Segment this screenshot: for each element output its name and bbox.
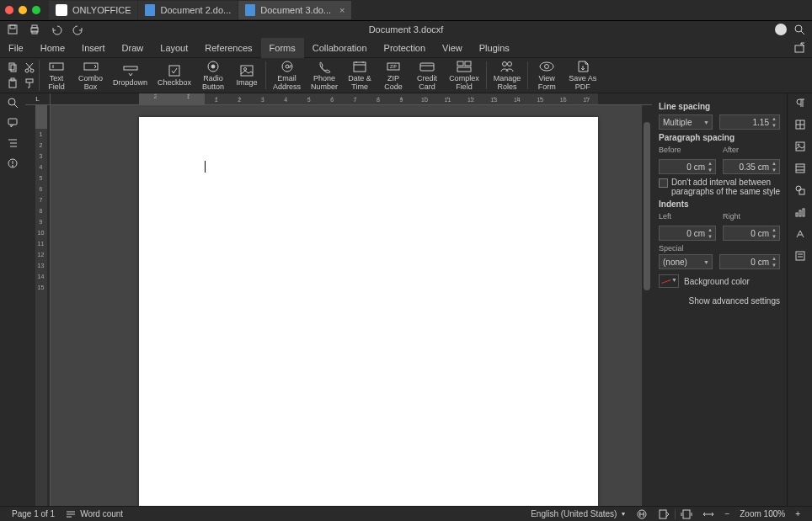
copy-icon[interactable]: [7, 61, 19, 73]
shape-settings-icon[interactable]: [794, 184, 806, 196]
menu-references[interactable]: References: [196, 38, 260, 58]
save-icon[interactable]: [7, 24, 19, 35]
credit-card-button[interactable]: Credit Card: [410, 60, 444, 91]
undo-icon[interactable]: [51, 24, 62, 35]
headings-icon[interactable]: [7, 137, 19, 149]
show-advanced-settings-link[interactable]: Show advanced settings: [659, 296, 780, 306]
text-field-button[interactable]: Text Field: [40, 60, 73, 91]
format-painter-icon[interactable]: [24, 77, 35, 89]
feedback-icon[interactable]: [7, 157, 19, 169]
indent-left-input[interactable]: 0 cm▲▼: [659, 226, 716, 241]
vertical-ruler[interactable]: 123456789101112131415: [25, 105, 51, 506]
checkbox-button[interactable]: Checkbox: [152, 60, 196, 91]
zip-code-button[interactable]: ZIPZIP Code: [377, 60, 410, 91]
page-indicator[interactable]: Page 1 of 1: [7, 509, 60, 518]
image-field-button[interactable]: Image: [230, 60, 264, 91]
comments-icon[interactable]: [7, 117, 19, 129]
line-spacing-header: Line spacing: [659, 102, 780, 111]
manage-roles-button[interactable]: Manage Roles: [489, 60, 526, 91]
special-indent-select[interactable]: (none)▼: [659, 254, 713, 269]
fit-width-icon[interactable]: [702, 508, 714, 520]
special-indent-by-input[interactable]: 0 cm▲▼: [719, 254, 780, 269]
print-icon[interactable]: [29, 24, 40, 35]
menu-draw[interactable]: Draw: [114, 38, 152, 58]
svg-rect-64: [803, 209, 804, 216]
chevron-down-icon: ▼: [671, 277, 677, 283]
svg-rect-7: [795, 45, 804, 52]
no-interval-checkbox[interactable]: Don't add interval between paragraphs of…: [659, 178, 780, 196]
minimize-window-icon[interactable]: [19, 6, 27, 14]
text-art-settings-icon[interactable]: [794, 228, 806, 240]
background-color-picker[interactable]: ▼: [659, 274, 679, 288]
paste-icon[interactable]: [7, 77, 19, 89]
search-icon[interactable]: [793, 24, 805, 35]
user-avatar-icon[interactable]: [775, 24, 787, 35]
table-settings-icon[interactable]: [794, 119, 806, 130]
menu-layout[interactable]: Layout: [152, 38, 196, 58]
close-tab-icon[interactable]: ×: [339, 5, 345, 15]
redo-icon[interactable]: [72, 24, 84, 35]
phone-number-button[interactable]: Phone Number: [306, 60, 343, 91]
close-window-icon[interactable]: [5, 6, 13, 14]
language-selector[interactable]: English (United States) ▼: [526, 509, 631, 518]
maximize-window-icon[interactable]: [32, 6, 40, 14]
scrollbar-thumb[interactable]: [644, 122, 650, 290]
background-color-label: Background color: [684, 277, 750, 286]
document-tab-1[interactable]: Document 3.do... ×: [238, 1, 351, 19]
view-form-button[interactable]: View Form: [530, 60, 564, 91]
svg-point-11: [30, 69, 34, 72]
document-area[interactable]: L 21 1234567891011121314151617 123456789…: [25, 93, 652, 506]
line-spacing-mode-select[interactable]: Multiple▼: [659, 114, 713, 130]
track-changes-icon[interactable]: [658, 508, 670, 520]
svg-point-51: [13, 166, 13, 167]
date-time-button[interactable]: Date & Time: [343, 60, 377, 91]
word-count-button[interactable]: Word count: [60, 508, 128, 520]
document-page[interactable]: [139, 117, 598, 506]
image-settings-icon[interactable]: [794, 141, 806, 152]
indent-right-input[interactable]: 0 cm▲▼: [723, 226, 780, 241]
svg-point-40: [507, 61, 511, 66]
chart-settings-icon[interactable]: [794, 206, 806, 218]
special-label: Special: [659, 244, 780, 253]
complex-field-button[interactable]: Complex Field: [444, 60, 484, 91]
ruler-corner[interactable]: L: [25, 93, 51, 105]
app-home-tab[interactable]: ONLYOFFICE: [49, 1, 137, 19]
zoom-in-button[interactable]: +: [790, 509, 805, 518]
menu-plugins[interactable]: Plugins: [471, 38, 518, 58]
zoom-out-button[interactable]: −: [719, 509, 735, 518]
menu-protection[interactable]: Protection: [376, 38, 435, 58]
combo-box-button[interactable]: Combo Box: [73, 60, 108, 91]
vertical-scrollbar[interactable]: [642, 105, 652, 506]
header-footer-settings-icon[interactable]: [794, 162, 806, 174]
cut-icon[interactable]: [24, 61, 35, 73]
email-address-button[interactable]: Email Address: [268, 60, 306, 91]
spacing-before-input[interactable]: 0 cm▲▼: [659, 159, 716, 174]
horizontal-ruler[interactable]: 21 1234567891011121314151617: [51, 93, 652, 105]
search-icon[interactable]: [7, 97, 19, 109]
menu-insert[interactable]: Insert: [73, 38, 114, 58]
paragraph-settings-icon[interactable]: [794, 97, 806, 109]
line-spacing-value-input[interactable]: 1.15▲▼: [719, 114, 780, 130]
zoom-level[interactable]: Zoom 100%: [735, 509, 790, 518]
svg-rect-73: [660, 510, 666, 518]
fit-page-icon[interactable]: [681, 508, 692, 520]
menu-collaboration[interactable]: Collaboration: [304, 38, 376, 58]
document-tab-0[interactable]: Document 2.do...: [138, 1, 238, 19]
svg-rect-62: [796, 213, 798, 216]
no-interval-label: Don't add interval between paragraphs of…: [671, 178, 780, 196]
form-settings-icon[interactable]: [794, 250, 806, 262]
menu-view[interactable]: View: [434, 38, 471, 58]
menu-home[interactable]: Home: [32, 38, 73, 58]
menu-file[interactable]: File: [0, 38, 32, 58]
dropdown-button[interactable]: Dropdown: [108, 60, 152, 91]
open-location-icon[interactable]: [793, 42, 805, 54]
svg-point-41: [540, 62, 553, 71]
spacing-after-input[interactable]: 0.35 cm▲▼: [723, 159, 780, 174]
window-controls[interactable]: [5, 6, 40, 14]
save-as-pdf-button[interactable]: Save As PDF: [564, 60, 601, 91]
spellcheck-icon[interactable]: [636, 508, 648, 520]
radio-button-button[interactable]: Radio Button: [196, 60, 230, 91]
svg-line-6: [801, 31, 804, 35]
menu-forms[interactable]: Forms: [261, 38, 304, 58]
svg-point-43: [8, 98, 15, 105]
